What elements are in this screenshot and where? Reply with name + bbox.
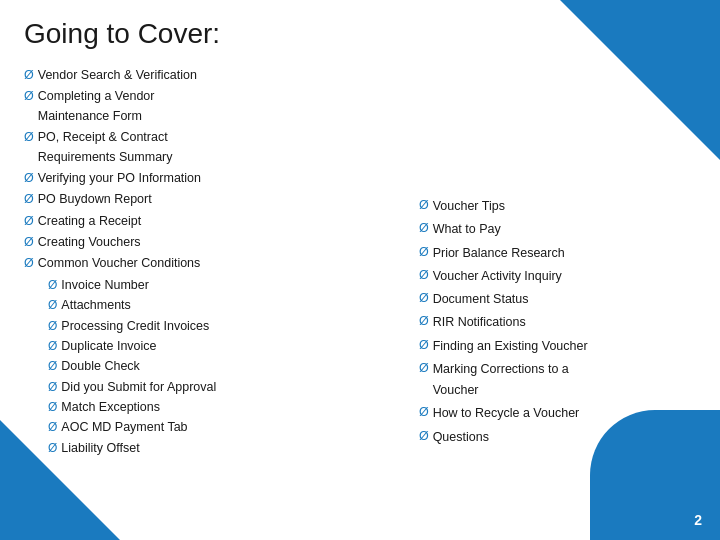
list-item-text: Creating Vouchers: [38, 233, 141, 252]
sub-arrow-icon: Ø: [48, 418, 57, 437]
arrow-icon: Ø: [24, 128, 34, 147]
sub-arrow-icon: Ø: [48, 398, 57, 417]
sub-list-item: Ø Duplicate Invoice: [48, 337, 399, 356]
list-item-text: Creating a Receipt: [38, 212, 142, 231]
list-item-text: Vendor Search & Verification: [38, 66, 197, 85]
list-item-text: RIR Notifications: [433, 312, 526, 333]
right-column: Ø Voucher Tips Ø What to Pay Ø Prior Bal…: [419, 66, 696, 459]
sub-list-item-text: Processing Credit Invoices: [61, 317, 209, 336]
sub-arrow-icon: Ø: [48, 357, 57, 376]
page-title: Going to Cover:: [24, 18, 696, 50]
arrow-icon: Ø: [24, 66, 34, 85]
arrow-icon: Ø: [24, 212, 34, 231]
list-item: Ø Finding an Existing Voucher: [419, 336, 696, 357]
list-item: Ø Verifying your PO Information: [24, 169, 399, 188]
arrow-icon: Ø: [419, 196, 429, 215]
sub-list-item: Ø Attachments: [48, 296, 399, 315]
arrow-icon: Ø: [419, 336, 429, 355]
list-item-what-to-pay: Ø What to Pay: [419, 219, 696, 240]
sub-items-list: Ø Invoice Number Ø Attachments Ø Process…: [48, 276, 399, 458]
list-item: Ø Completing a VendorMaintenance Form: [24, 87, 399, 126]
sub-list-item: Ø Liability Offset: [48, 439, 399, 458]
sub-list-item: Ø AOC MD Payment Tab: [48, 418, 399, 437]
sub-arrow-icon: Ø: [48, 337, 57, 356]
arrow-icon: Ø: [24, 254, 34, 273]
sub-list-item: Ø Match Exceptions: [48, 398, 399, 417]
list-item-text: How to Recycle a Voucher: [433, 403, 580, 424]
list-item: Ø Voucher Tips: [419, 196, 696, 217]
sub-list-item-double-check: Ø Double Check: [48, 357, 399, 376]
list-item-text: Voucher Tips: [433, 196, 505, 217]
list-item: Ø Questions: [419, 427, 696, 448]
arrow-icon: Ø: [419, 243, 429, 262]
list-item: Ø Creating Vouchers: [24, 233, 399, 252]
sub-arrow-icon: Ø: [48, 276, 57, 295]
left-column: Ø Vendor Search & Verification Ø Complet…: [24, 66, 399, 459]
arrow-icon: Ø: [24, 190, 34, 209]
arrow-icon: Ø: [419, 289, 429, 308]
list-item: Ø Voucher Activity Inquiry: [419, 266, 696, 287]
list-item-text: Voucher Activity Inquiry: [433, 266, 562, 287]
arrow-icon: Ø: [24, 233, 34, 252]
arrow-icon: Ø: [419, 312, 429, 331]
sub-arrow-icon: Ø: [48, 378, 57, 397]
list-item: Ø PO Buydown Report: [24, 190, 399, 209]
sub-list-item-text: Invoice Number: [61, 276, 149, 295]
list-item: Ø PO, Receipt & ContractRequirements Sum…: [24, 128, 399, 167]
list-item-text: Verifying your PO Information: [38, 169, 201, 188]
sub-list-item-text: Duplicate Invoice: [61, 337, 156, 356]
sub-list-item-text: AOC MD Payment Tab: [61, 418, 187, 437]
arrow-icon: Ø: [24, 87, 34, 106]
arrow-icon: Ø: [24, 169, 34, 188]
page-number: 2: [694, 512, 702, 528]
sub-arrow-icon: Ø: [48, 439, 57, 458]
list-item-text: What to Pay: [433, 219, 501, 240]
list-item: Ø Marking Corrections to aVoucher: [419, 359, 696, 402]
list-item: Ø Common Voucher Conditions: [24, 254, 399, 273]
sub-list-item: Ø Invoice Number: [48, 276, 399, 295]
list-item-text: Document Status: [433, 289, 529, 310]
arrow-icon: Ø: [419, 359, 429, 378]
main-columns: Ø Vendor Search & Verification Ø Complet…: [24, 66, 696, 459]
list-item: Ø RIR Notifications: [419, 312, 696, 333]
list-item-text: Prior Balance Research: [433, 243, 565, 264]
sub-list-item: Ø Processing Credit Invoices: [48, 317, 399, 336]
arrow-icon: Ø: [419, 266, 429, 285]
list-item-text: Completing a VendorMaintenance Form: [38, 87, 155, 126]
sub-arrow-icon: Ø: [48, 317, 57, 336]
list-item-text: Marking Corrections to aVoucher: [433, 359, 569, 402]
sub-list-item-text: Attachments: [61, 296, 130, 315]
list-item: Ø Creating a Receipt: [24, 212, 399, 231]
sub-list-item-text: Double Check: [61, 357, 140, 376]
sub-list-item-text: Liability Offset: [61, 439, 139, 458]
arrow-icon: Ø: [419, 219, 429, 238]
list-item: Ø How to Recycle a Voucher: [419, 403, 696, 424]
sub-list-item-text: Did you Submit for Approval: [61, 378, 216, 397]
sub-arrow-icon: Ø: [48, 296, 57, 315]
list-item: Ø Document Status: [419, 289, 696, 310]
list-item: Ø Prior Balance Research: [419, 243, 696, 264]
list-item: Ø Vendor Search & Verification: [24, 66, 399, 85]
arrow-icon: Ø: [419, 427, 429, 446]
list-item-text: Finding an Existing Voucher: [433, 336, 588, 357]
arrow-icon: Ø: [419, 403, 429, 422]
list-item-text: PO Buydown Report: [38, 190, 152, 209]
sub-list-item-submit: Ø Did you Submit for Approval: [48, 378, 399, 397]
list-item-text: PO, Receipt & ContractRequirements Summa…: [38, 128, 173, 167]
sub-list-item-text: Match Exceptions: [61, 398, 160, 417]
list-item-text: Common Voucher Conditions: [38, 254, 201, 273]
list-item-text: Questions: [433, 427, 489, 448]
